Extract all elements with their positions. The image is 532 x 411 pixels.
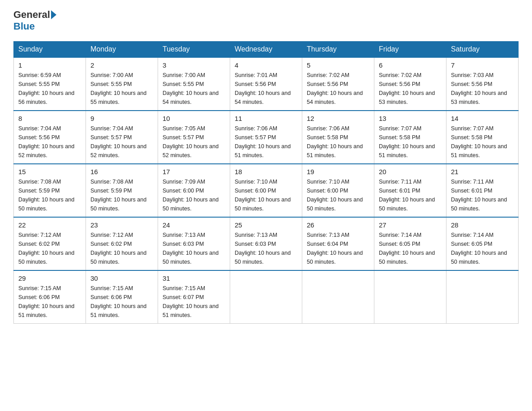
day-number: 4 — [235, 61, 297, 69]
day-info: Sunrise: 7:06 AMSunset: 5:57 PMDaylight:… — [235, 124, 297, 160]
calendar-cell: 2Sunrise: 7:00 AMSunset: 5:55 PMDaylight… — [86, 57, 158, 111]
day-number: 23 — [90, 221, 153, 229]
day-header-thursday: Thursday — [302, 42, 374, 58]
calendar-cell: 4Sunrise: 7:01 AMSunset: 5:56 PMDaylight… — [230, 57, 302, 111]
logo: General Blue — [13, 9, 57, 32]
day-info: Sunrise: 7:15 AMSunset: 6:07 PMDaylight:… — [163, 284, 225, 320]
day-number: 27 — [379, 221, 442, 229]
calendar-table: SundayMondayTuesdayWednesdayThursdayFrid… — [13, 41, 519, 324]
day-info: Sunrise: 7:13 AMSunset: 6:04 PMDaylight:… — [307, 231, 369, 266]
calendar-cell: 31Sunrise: 7:15 AMSunset: 6:07 PMDayligh… — [158, 270, 230, 324]
day-info: Sunrise: 7:15 AMSunset: 6:06 PMDaylight:… — [18, 284, 81, 320]
calendar-cell: 22Sunrise: 7:12 AMSunset: 6:02 PMDayligh… — [14, 217, 86, 270]
day-info: Sunrise: 7:05 AMSunset: 5:57 PMDaylight:… — [163, 124, 225, 160]
day-info: Sunrise: 7:01 AMSunset: 5:56 PMDaylight:… — [235, 71, 297, 107]
calendar-cell: 19Sunrise: 7:10 AMSunset: 6:00 PMDayligh… — [302, 164, 374, 217]
calendar-cell: 9Sunrise: 7:04 AMSunset: 5:57 PMDaylight… — [86, 111, 158, 164]
day-number: 20 — [379, 168, 442, 176]
day-number: 16 — [90, 168, 153, 176]
day-header-tuesday: Tuesday — [158, 42, 230, 58]
calendar-cell — [374, 270, 446, 324]
calendar-cell: 21Sunrise: 7:11 AMSunset: 6:01 PMDayligh… — [446, 164, 519, 217]
day-number: 11 — [235, 115, 297, 122]
day-info: Sunrise: 7:11 AMSunset: 6:01 PMDaylight:… — [451, 177, 514, 213]
day-info: Sunrise: 7:12 AMSunset: 6:02 PMDaylight:… — [90, 231, 153, 266]
day-number: 21 — [451, 168, 514, 176]
day-number: 30 — [90, 274, 153, 282]
calendar-cell: 11Sunrise: 7:06 AMSunset: 5:57 PMDayligh… — [230, 111, 302, 164]
day-info: Sunrise: 7:13 AMSunset: 6:03 PMDaylight:… — [235, 231, 297, 266]
logo-blue-text: Blue — [13, 21, 35, 32]
logo-general-text: General — [13, 9, 50, 21]
calendar-cell: 26Sunrise: 7:13 AMSunset: 6:04 PMDayligh… — [302, 217, 374, 270]
calendar-cell: 27Sunrise: 7:14 AMSunset: 6:05 PMDayligh… — [374, 217, 446, 270]
day-info: Sunrise: 7:09 AMSunset: 6:00 PMDaylight:… — [163, 177, 225, 213]
day-number: 1 — [18, 61, 81, 69]
days-header-row: SundayMondayTuesdayWednesdayThursdayFrid… — [14, 42, 519, 58]
day-number: 26 — [307, 221, 369, 229]
day-info: Sunrise: 7:02 AMSunset: 5:56 PMDaylight:… — [307, 71, 369, 107]
calendar-cell: 6Sunrise: 7:02 AMSunset: 5:56 PMDaylight… — [374, 57, 446, 111]
day-info: Sunrise: 7:08 AMSunset: 5:59 PMDaylight:… — [18, 177, 81, 213]
day-info: Sunrise: 7:14 AMSunset: 6:05 PMDaylight:… — [451, 231, 514, 266]
day-info: Sunrise: 7:13 AMSunset: 6:03 PMDaylight:… — [163, 231, 225, 266]
day-number: 29 — [18, 274, 81, 282]
day-info: Sunrise: 7:10 AMSunset: 6:00 PMDaylight:… — [307, 177, 369, 213]
day-info: Sunrise: 7:12 AMSunset: 6:02 PMDaylight:… — [18, 231, 81, 266]
day-number: 18 — [235, 168, 297, 176]
day-info: Sunrise: 7:11 AMSunset: 6:01 PMDaylight:… — [379, 177, 442, 213]
calendar-cell: 20Sunrise: 7:11 AMSunset: 6:01 PMDayligh… — [374, 164, 446, 217]
day-number: 5 — [307, 61, 369, 69]
calendar-cell: 25Sunrise: 7:13 AMSunset: 6:03 PMDayligh… — [230, 217, 302, 270]
day-info: Sunrise: 7:14 AMSunset: 6:05 PMDaylight:… — [379, 231, 442, 266]
calendar-cell — [230, 270, 302, 324]
day-info: Sunrise: 7:07 AMSunset: 5:58 PMDaylight:… — [379, 124, 442, 160]
day-info: Sunrise: 7:03 AMSunset: 5:56 PMDaylight:… — [451, 71, 514, 107]
calendar-cell: 8Sunrise: 7:04 AMSunset: 5:56 PMDaylight… — [14, 111, 86, 164]
week-row-3: 15Sunrise: 7:08 AMSunset: 5:59 PMDayligh… — [14, 164, 519, 217]
day-info: Sunrise: 6:59 AMSunset: 5:55 PMDaylight:… — [18, 71, 81, 107]
day-number: 6 — [379, 61, 442, 69]
calendar-cell — [446, 270, 519, 324]
day-number: 17 — [163, 168, 225, 176]
day-number: 10 — [163, 115, 225, 122]
day-header-friday: Friday — [374, 42, 446, 58]
day-number: 15 — [18, 168, 81, 176]
week-row-2: 8Sunrise: 7:04 AMSunset: 5:56 PMDaylight… — [14, 111, 519, 164]
day-number: 8 — [18, 115, 81, 122]
calendar-cell: 3Sunrise: 7:00 AMSunset: 5:55 PMDaylight… — [158, 57, 230, 111]
day-number: 31 — [163, 274, 225, 282]
day-number: 28 — [451, 221, 514, 229]
day-number: 14 — [451, 115, 514, 122]
day-info: Sunrise: 7:00 AMSunset: 5:55 PMDaylight:… — [90, 71, 153, 107]
day-number: 19 — [307, 168, 369, 176]
day-info: Sunrise: 7:08 AMSunset: 5:59 PMDaylight:… — [90, 177, 153, 213]
calendar-cell: 14Sunrise: 7:07 AMSunset: 5:58 PMDayligh… — [446, 111, 519, 164]
week-row-4: 22Sunrise: 7:12 AMSunset: 6:02 PMDayligh… — [14, 217, 519, 270]
calendar-cell: 5Sunrise: 7:02 AMSunset: 5:56 PMDaylight… — [302, 57, 374, 111]
week-row-5: 29Sunrise: 7:15 AMSunset: 6:06 PMDayligh… — [14, 270, 519, 324]
calendar-cell: 28Sunrise: 7:14 AMSunset: 6:05 PMDayligh… — [446, 217, 519, 270]
day-info: Sunrise: 7:02 AMSunset: 5:56 PMDaylight:… — [379, 71, 442, 107]
day-info: Sunrise: 7:06 AMSunset: 5:58 PMDaylight:… — [307, 124, 369, 160]
day-number: 25 — [235, 221, 297, 229]
page-header: General Blue — [13, 9, 519, 32]
calendar-cell: 23Sunrise: 7:12 AMSunset: 6:02 PMDayligh… — [86, 217, 158, 270]
calendar-cell: 1Sunrise: 6:59 AMSunset: 5:55 PMDaylight… — [14, 57, 86, 111]
day-info: Sunrise: 7:15 AMSunset: 6:06 PMDaylight:… — [90, 284, 153, 320]
day-number: 2 — [90, 61, 153, 69]
day-number: 12 — [307, 115, 369, 122]
calendar-cell: 18Sunrise: 7:10 AMSunset: 6:00 PMDayligh… — [230, 164, 302, 217]
week-row-1: 1Sunrise: 6:59 AMSunset: 5:55 PMDaylight… — [14, 57, 519, 111]
calendar-cell: 15Sunrise: 7:08 AMSunset: 5:59 PMDayligh… — [14, 164, 86, 217]
day-info: Sunrise: 7:00 AMSunset: 5:55 PMDaylight:… — [163, 71, 225, 107]
calendar-cell: 13Sunrise: 7:07 AMSunset: 5:58 PMDayligh… — [374, 111, 446, 164]
calendar-cell — [302, 270, 374, 324]
day-info: Sunrise: 7:04 AMSunset: 5:56 PMDaylight:… — [18, 124, 81, 160]
day-number: 9 — [90, 115, 153, 122]
calendar-cell: 17Sunrise: 7:09 AMSunset: 6:00 PMDayligh… — [158, 164, 230, 217]
day-info: Sunrise: 7:04 AMSunset: 5:57 PMDaylight:… — [90, 124, 153, 160]
calendar-cell: 30Sunrise: 7:15 AMSunset: 6:06 PMDayligh… — [86, 270, 158, 324]
calendar-cell: 10Sunrise: 7:05 AMSunset: 5:57 PMDayligh… — [158, 111, 230, 164]
calendar-cell: 16Sunrise: 7:08 AMSunset: 5:59 PMDayligh… — [86, 164, 158, 217]
